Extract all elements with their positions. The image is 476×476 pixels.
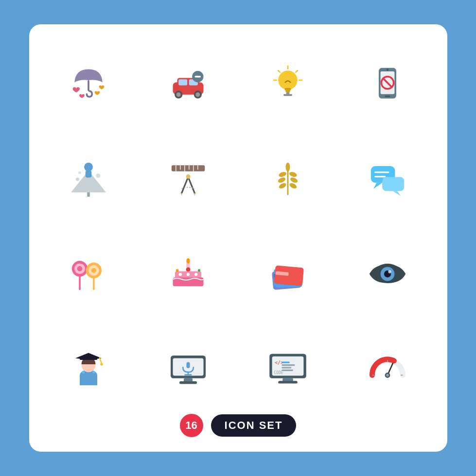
svg-point-11 xyxy=(278,70,298,90)
svg-point-75 xyxy=(176,269,178,272)
svg-point-89 xyxy=(100,363,103,365)
svg-rect-10 xyxy=(195,76,201,78)
svg-point-8 xyxy=(195,92,200,97)
svg-point-52 xyxy=(286,162,290,171)
svg-point-68 xyxy=(186,258,190,263)
svg-marker-54 xyxy=(373,183,382,189)
svg-point-90 xyxy=(82,371,85,373)
svg-rect-57 xyxy=(382,177,404,191)
icon-car-minus xyxy=(148,44,229,124)
svg-marker-58 xyxy=(393,191,401,196)
svg-point-42 xyxy=(186,174,191,179)
svg-point-47 xyxy=(277,176,286,184)
icon-count-badge: 16 xyxy=(180,414,203,437)
svg-rect-28 xyxy=(86,170,92,177)
svg-rect-94 xyxy=(184,378,193,381)
icon-microphone-monitor xyxy=(148,328,229,408)
svg-point-111 xyxy=(386,374,388,376)
svg-point-65 xyxy=(91,268,96,273)
svg-point-72 xyxy=(179,272,182,275)
svg-rect-107 xyxy=(282,369,293,371)
svg-point-48 xyxy=(278,171,287,178)
svg-line-40 xyxy=(182,177,189,193)
svg-point-27 xyxy=(84,162,93,171)
svg-point-74 xyxy=(194,272,197,275)
icon-speedometer xyxy=(348,328,428,408)
svg-point-73 xyxy=(187,272,190,275)
svg-point-32 xyxy=(96,173,100,178)
svg-text:CODE: CODE xyxy=(274,370,283,374)
svg-point-76 xyxy=(198,269,200,272)
svg-rect-15 xyxy=(283,94,292,96)
svg-rect-24 xyxy=(385,95,390,97)
svg-point-6 xyxy=(176,92,181,97)
svg-rect-105 xyxy=(282,364,295,366)
icons-grid: </> CODE xyxy=(49,44,428,409)
icon-lollipops xyxy=(49,234,129,314)
svg-point-49 xyxy=(289,182,298,189)
icon-eye xyxy=(348,234,428,314)
icon-credit-cards xyxy=(248,234,328,314)
svg-rect-13 xyxy=(286,90,290,92)
icon-person-podium xyxy=(49,139,129,219)
icon-birthday-cake xyxy=(148,234,229,314)
icon-chat-bubbles xyxy=(348,139,428,219)
svg-point-50 xyxy=(289,176,298,184)
svg-rect-33 xyxy=(172,165,205,171)
svg-rect-29 xyxy=(87,192,89,197)
svg-rect-3 xyxy=(178,79,187,85)
svg-rect-104 xyxy=(282,361,289,363)
svg-point-91 xyxy=(92,371,95,373)
svg-rect-101 xyxy=(282,378,293,381)
svg-point-46 xyxy=(278,182,287,189)
icon-set-label: ICON SET xyxy=(211,414,297,437)
icon-wheat xyxy=(248,139,328,219)
svg-rect-96 xyxy=(186,362,190,368)
svg-rect-0 xyxy=(88,80,89,91)
svg-point-69 xyxy=(186,267,191,272)
svg-point-23 xyxy=(387,68,389,71)
svg-point-84 xyxy=(388,270,391,273)
svg-line-41 xyxy=(188,177,195,193)
svg-marker-87 xyxy=(75,353,102,359)
icon-lightbulb xyxy=(248,44,328,124)
svg-line-19 xyxy=(278,70,280,72)
icon-umbrella-hearts xyxy=(49,44,129,124)
svg-line-17 xyxy=(296,70,298,72)
icon-compass-ruler xyxy=(148,139,229,219)
svg-rect-14 xyxy=(286,92,289,94)
svg-rect-80 xyxy=(274,265,304,286)
svg-point-31 xyxy=(78,171,81,173)
svg-rect-102 xyxy=(278,381,298,383)
svg-marker-44 xyxy=(194,193,196,195)
svg-marker-43 xyxy=(181,193,183,195)
svg-point-51 xyxy=(289,171,298,178)
svg-point-30 xyxy=(76,177,79,181)
svg-rect-106 xyxy=(282,367,291,368)
svg-rect-95 xyxy=(179,381,197,384)
icon-graduate xyxy=(49,328,129,408)
icon-phone-blocked xyxy=(348,44,428,124)
badge-row: 16 ICON SET xyxy=(180,414,297,437)
icon-code-monitor: </> CODE xyxy=(248,328,328,408)
icon-set-card: </> CODE xyxy=(29,24,447,452)
svg-point-61 xyxy=(77,266,83,271)
